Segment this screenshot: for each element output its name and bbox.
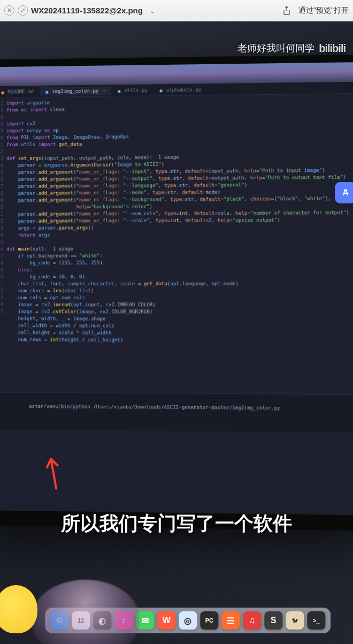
md-file-icon: ●: [1, 89, 5, 94]
tab-img2img_color-py[interactable]: ●img2img_color.py ×: [40, 86, 111, 96]
creator-name: 老师好我叫何同学: [237, 42, 314, 55]
dock-sublime-icon[interactable]: S: [264, 611, 282, 630]
terminal-output: aster/venv/bin/python /Users/xiaobu/Down…: [29, 404, 280, 411]
share-icon[interactable]: [281, 5, 292, 16]
code-editor: 1 2 3 4 5 6 7 8 9 10 11 12 13 14 15 16 1…: [0, 94, 353, 344]
monitor-screen: ●README.md●img2img_color.py ×●utils.py●a…: [0, 62, 353, 515]
tab-utils-py[interactable]: ●utils.py: [112, 86, 153, 95]
code-lines: import argparse from os import close imp…: [6, 96, 353, 344]
dock-wps-icon[interactable]: W: [157, 611, 175, 630]
dock-gc-icon[interactable]: ☰: [221, 611, 240, 630]
rubber-duck: [0, 585, 37, 633]
ide-window: ●README.md●img2img_color.py ×●utils.py●a…: [0, 82, 353, 510]
dock-netease-icon[interactable]: ♫: [243, 611, 261, 630]
dock-terminal-icon[interactable]: >_: [307, 611, 325, 630]
tab-README-md[interactable]: ●README.md: [0, 87, 39, 96]
photo-viewport: 老师好我叫何同学 bilibili ●README.md●img2img_col…: [0, 21, 353, 644]
crystal-decoration: [32, 580, 139, 644]
preview-toolbar: ✕ ⤢ WX20241119-135822@2x.png ⌄ 通过"预览"打开: [0, 0, 353, 21]
py-file-icon: ●: [118, 88, 122, 93]
open-with-button[interactable]: 通过"预览"打开: [298, 6, 349, 16]
close-tab-icon[interactable]: ×: [103, 88, 105, 93]
dock-pycharm-icon[interactable]: PC: [200, 611, 218, 630]
close-icon[interactable]: ✕: [4, 5, 14, 16]
zoom-icon[interactable]: ⤢: [18, 5, 28, 16]
subtitle-caption: 所以我们专门写了一个软件: [0, 511, 353, 537]
line-gutter: 1 2 3 4 5 6 7 8 9 10 11 12 13 14 15 16 1…: [0, 100, 6, 344]
terminal-panel: aster/venv/bin/python /Users/xiaobu/Down…: [0, 392, 353, 433]
dock-safari-icon[interactable]: ◎: [179, 611, 197, 630]
right-side-icons: A: [335, 182, 353, 203]
window-title: WX20241119-135822@2x.png: [31, 6, 143, 15]
py-file-icon: ●: [159, 88, 164, 92]
tab-alphabets-py[interactable]: ●alphabets.py: [154, 85, 207, 94]
dock-squirrel-icon[interactable]: 🐿: [286, 611, 304, 630]
video-watermark: 老师好我叫何同学 bilibili: [237, 42, 346, 55]
py-file-icon: ●: [45, 89, 50, 93]
bilibili-logo-icon: bilibili: [319, 42, 346, 55]
chevron-down-icon[interactable]: ⌄: [146, 6, 159, 15]
side-app-a-icon[interactable]: A: [335, 182, 353, 203]
